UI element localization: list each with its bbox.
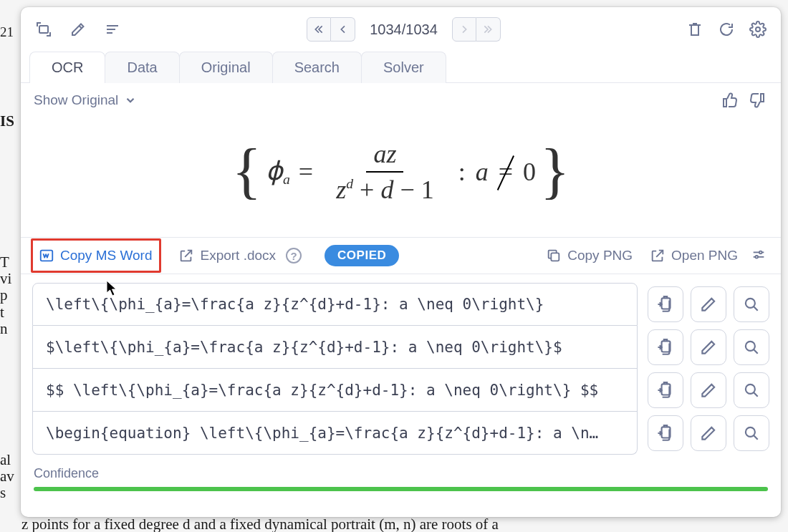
- search-code-button[interactable]: [734, 415, 769, 451]
- search-code-button[interactable]: [734, 286, 769, 322]
- code-row: \begin{equation} \left\{\phi_{a}=\frac{a…: [32, 412, 769, 455]
- svg-line-21: [754, 392, 757, 396]
- tab-bar: OCR Data Original Search Solver: [21, 52, 781, 83]
- copy-ms-word-button[interactable]: Copy MS Word: [31, 238, 161, 273]
- edit-code-button[interactable]: [691, 415, 726, 451]
- subbar: Show Original: [21, 83, 781, 117]
- page-navigator: 1034/1034: [307, 17, 501, 42]
- tab-solver[interactable]: Solver: [361, 52, 446, 83]
- ms-word-icon: [39, 248, 54, 263]
- tab-original[interactable]: Original: [179, 52, 273, 83]
- page-counter: 1034/1034: [370, 21, 438, 38]
- export-docx-button[interactable]: Export .docx ?: [170, 243, 310, 268]
- code-row: $$ \left\{\phi_{a}=\frac{a z}{z^{d}+d-1}…: [32, 369, 769, 412]
- menu-icon[interactable]: [98, 15, 127, 44]
- ocr-panel: 1034/1034 OCR Data Original Search Solv: [21, 7, 781, 517]
- last-page-button[interactable]: [476, 17, 501, 42]
- top-toolbar: 1034/1034: [21, 7, 781, 52]
- first-page-button[interactable]: [307, 17, 331, 42]
- edit-icon[interactable]: [64, 15, 92, 44]
- edit-code-button[interactable]: [691, 286, 726, 322]
- copy-png-button[interactable]: Copy PNG: [537, 243, 641, 268]
- show-original-toggle[interactable]: Show Original: [34, 92, 137, 108]
- prev-page-button[interactable]: [331, 17, 355, 42]
- svg-point-5: [756, 27, 760, 32]
- search-code-button[interactable]: [734, 372, 769, 408]
- rendered-equation: { ϕa = az zd + d − 1 : a = 0 }: [232, 139, 570, 205]
- copy-code-button[interactable]: [648, 329, 683, 365]
- copy-ms-word-label: Copy MS Word: [60, 248, 152, 263]
- copy-code-button[interactable]: [648, 286, 683, 322]
- latex-code[interactable]: \begin{equation} \left\{\phi_{a}=\frac{a…: [32, 412, 638, 455]
- svg-line-15: [754, 306, 757, 310]
- action-bar: Copy MS Word Export .docx ? COPIED Copy …: [21, 237, 781, 274]
- latex-code[interactable]: $$ \left\{\phi_{a}=\frac{a z}{z^{d}+d-1}…: [32, 369, 638, 412]
- thumbs-up-icon[interactable]: [719, 90, 741, 111]
- equation-preview: { ϕa = az zd + d − 1 : a = 0 }: [21, 117, 781, 237]
- confidence-bar: [34, 487, 768, 491]
- svg-line-24: [754, 435, 757, 439]
- help-icon[interactable]: ?: [286, 248, 302, 263]
- confidence-label: Confidence: [34, 466, 768, 481]
- svg-point-14: [746, 299, 755, 308]
- next-page-button[interactable]: [452, 17, 476, 42]
- tab-search[interactable]: Search: [272, 52, 362, 83]
- settings-icon[interactable]: [744, 15, 772, 44]
- svg-point-11: [755, 256, 758, 258]
- copied-badge: COPIED: [325, 245, 399, 266]
- open-external-icon: [650, 248, 666, 263]
- bg-is: IS: [0, 112, 14, 130]
- code-row: \left\{\phi_{a}=\frac{a z}{z^{d}+d-1}: a…: [32, 283, 769, 326]
- svg-rect-0: [39, 26, 48, 33]
- search-code-button[interactable]: [734, 329, 769, 365]
- delete-icon[interactable]: [681, 15, 709, 44]
- edit-code-button[interactable]: [691, 372, 726, 408]
- latex-code[interactable]: $\left\{\phi_{a}=\frac{a z}{z^{d}+d-1}: …: [32, 326, 638, 369]
- export-docx-label: Export .docx: [200, 248, 276, 263]
- show-original-label: Show Original: [34, 92, 118, 108]
- thumbs-down-icon[interactable]: [746, 90, 768, 111]
- tab-ocr[interactable]: OCR: [29, 52, 105, 83]
- open-png-button[interactable]: Open PNG: [641, 243, 746, 268]
- edit-code-button[interactable]: [691, 329, 726, 365]
- svg-rect-7: [552, 253, 559, 261]
- copy-png-label: Copy PNG: [567, 248, 633, 263]
- refresh-icon[interactable]: [712, 15, 741, 44]
- open-png-label: Open PNG: [671, 248, 738, 263]
- svg-point-20: [746, 385, 755, 394]
- svg-point-23: [746, 427, 755, 437]
- svg-point-9: [759, 251, 762, 254]
- format-options-button[interactable]: [746, 243, 771, 268]
- snip-icon[interactable]: [29, 15, 58, 44]
- svg-line-1: [80, 26, 82, 29]
- svg-point-17: [746, 342, 755, 351]
- copy-code-button[interactable]: [648, 415, 683, 451]
- export-icon: [178, 248, 194, 263]
- bg-num: 21: [0, 24, 14, 40]
- copy-code-button[interactable]: [648, 372, 683, 408]
- bg-bottom-text: z points for a fixed degree d and a fixe…: [21, 516, 774, 532]
- latex-code-list: \left\{\phi_{a}=\frac{a z}{z^{d}+d-1}: a…: [21, 274, 781, 462]
- confidence-section: Confidence: [21, 462, 781, 503]
- svg-line-18: [754, 349, 757, 353]
- latex-code[interactable]: \left\{\phi_{a}=\frac{a z}{z^{d}+d-1}: a…: [32, 283, 638, 326]
- copy-icon: [546, 248, 562, 263]
- tab-data[interactable]: Data: [105, 52, 179, 83]
- sliders-icon: [751, 248, 767, 263]
- code-row: $\left\{\phi_{a}=\frac{a z}{z^{d}+d-1}: …: [32, 326, 769, 369]
- chevron-down-icon: [124, 94, 137, 107]
